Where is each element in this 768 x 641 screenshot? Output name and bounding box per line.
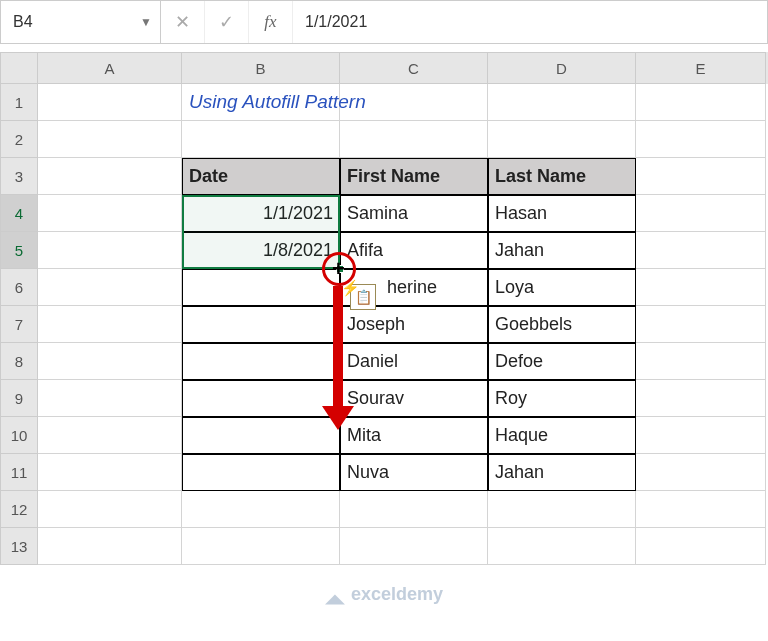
cell-A10[interactable]	[38, 417, 182, 454]
rows: 1 Using Autofill Pattern 2 3 Date First …	[0, 84, 768, 565]
cell-A8[interactable]	[38, 343, 182, 380]
cell-C10[interactable]: Mita	[340, 417, 488, 454]
cell-D6[interactable]: Loya	[488, 269, 636, 306]
cell-D5[interactable]: Jahan	[488, 232, 636, 269]
formula-input[interactable]: 1/1/2021	[293, 1, 767, 43]
col-head-D[interactable]: D	[488, 52, 636, 84]
cell-E8[interactable]	[636, 343, 766, 380]
cell-B4[interactable]: 1/1/2021	[182, 195, 340, 232]
insert-function-button[interactable]: fx	[249, 1, 293, 43]
sheet-title: Using Autofill Pattern	[187, 91, 366, 113]
cell-B6[interactable]	[182, 269, 340, 306]
cell-D11[interactable]: Jahan	[488, 454, 636, 491]
cell-C1[interactable]	[340, 84, 488, 121]
cell-E1[interactable]	[636, 84, 766, 121]
row-head-2[interactable]: 2	[0, 121, 38, 158]
cell-D1[interactable]	[488, 84, 636, 121]
chevron-down-icon[interactable]: ▼	[140, 15, 152, 29]
cell-A12[interactable]	[38, 491, 182, 528]
cell-B1[interactable]: Using Autofill Pattern	[182, 84, 340, 121]
cell-C13[interactable]	[340, 528, 488, 565]
autofill-options-button[interactable]: 📋	[350, 284, 376, 310]
col-head-E[interactable]: E	[636, 52, 766, 84]
cell-B5[interactable]: 1/8/2021	[182, 232, 340, 269]
cell-E3[interactable]	[636, 158, 766, 195]
spreadsheet-grid: A B C D E 1 Using Autofill Pattern 2 3	[0, 52, 768, 565]
formula-input-value: 1/1/2021	[305, 13, 367, 31]
column-headers: A B C D E	[0, 52, 768, 84]
row-head-11[interactable]: 11	[0, 454, 38, 491]
cell-A13[interactable]	[38, 528, 182, 565]
cell-A11[interactable]	[38, 454, 182, 491]
cell-E6[interactable]	[636, 269, 766, 306]
watermark-text: exceldemy	[351, 584, 443, 605]
formula-buttons: ✕ ✓ fx	[161, 1, 293, 43]
cell-D4[interactable]: Hasan	[488, 195, 636, 232]
cell-E4[interactable]	[636, 195, 766, 232]
cell-E9[interactable]	[636, 380, 766, 417]
col-head-C[interactable]: C	[340, 52, 488, 84]
cell-D2[interactable]	[488, 121, 636, 158]
row-head-3[interactable]: 3	[0, 158, 38, 195]
cell-B13[interactable]	[182, 528, 340, 565]
row-head-9[interactable]: 9	[0, 380, 38, 417]
row-head-5[interactable]: 5	[0, 232, 38, 269]
cell-A3[interactable]	[38, 158, 182, 195]
cell-C4[interactable]: Samina	[340, 195, 488, 232]
table-header-last[interactable]: Last Name	[488, 158, 636, 195]
cell-E13[interactable]	[636, 528, 766, 565]
row-head-10[interactable]: 10	[0, 417, 38, 454]
cell-E12[interactable]	[636, 491, 766, 528]
cell-E2[interactable]	[636, 121, 766, 158]
row-head-4[interactable]: 4	[0, 195, 38, 232]
cancel-button[interactable]: ✕	[161, 1, 205, 43]
cell-E11[interactable]	[636, 454, 766, 491]
table-header-date[interactable]: Date	[182, 158, 340, 195]
cell-A7[interactable]	[38, 306, 182, 343]
cell-A2[interactable]	[38, 121, 182, 158]
cell-D9[interactable]: Roy	[488, 380, 636, 417]
confirm-button[interactable]: ✓	[205, 1, 249, 43]
fill-handle[interactable]	[336, 265, 344, 273]
col-head-A[interactable]: A	[38, 52, 182, 84]
row-head-8[interactable]: 8	[0, 343, 38, 380]
row-head-7[interactable]: 7	[0, 306, 38, 343]
col-head-B[interactable]: B	[182, 52, 340, 84]
cell-B9[interactable]	[182, 380, 340, 417]
cell-A1[interactable]	[38, 84, 182, 121]
cell-C12[interactable]	[340, 491, 488, 528]
cell-A9[interactable]	[38, 380, 182, 417]
cell-D13[interactable]	[488, 528, 636, 565]
cell-B10[interactable]	[182, 417, 340, 454]
cell-A5[interactable]	[38, 232, 182, 269]
cell-D7[interactable]: Goebbels	[488, 306, 636, 343]
cell-B8[interactable]	[182, 343, 340, 380]
cell-E10[interactable]	[636, 417, 766, 454]
cell-A4[interactable]	[38, 195, 182, 232]
cell-E7[interactable]	[636, 306, 766, 343]
row-head-1[interactable]: 1	[0, 84, 38, 121]
cell-C2[interactable]	[340, 121, 488, 158]
cell-D8[interactable]: Defoe	[488, 343, 636, 380]
name-box[interactable]: B4 ▼	[1, 1, 161, 43]
cell-A6[interactable]	[38, 269, 182, 306]
select-all-corner[interactable]	[0, 52, 38, 84]
cell-C5[interactable]: Afifa	[340, 232, 488, 269]
cell-C9[interactable]: Sourav	[340, 380, 488, 417]
formula-bar: B4 ▼ ✕ ✓ fx 1/1/2021	[0, 0, 768, 44]
cell-B12[interactable]	[182, 491, 340, 528]
watermark: exceldemy	[325, 584, 443, 605]
cell-B2[interactable]	[182, 121, 340, 158]
cell-C11[interactable]: Nuva	[340, 454, 488, 491]
cell-D12[interactable]	[488, 491, 636, 528]
cell-B11[interactable]	[182, 454, 340, 491]
cell-E5[interactable]	[636, 232, 766, 269]
cell-D10[interactable]: Haque	[488, 417, 636, 454]
table-header-first[interactable]: First Name	[340, 158, 488, 195]
cell-B7[interactable]	[182, 306, 340, 343]
row-head-13[interactable]: 13	[0, 528, 38, 565]
row-head-12[interactable]: 12	[0, 491, 38, 528]
cell-C8[interactable]: Daniel	[340, 343, 488, 380]
row-head-6[interactable]: 6	[0, 269, 38, 306]
cell-C7[interactable]: Joseph	[340, 306, 488, 343]
